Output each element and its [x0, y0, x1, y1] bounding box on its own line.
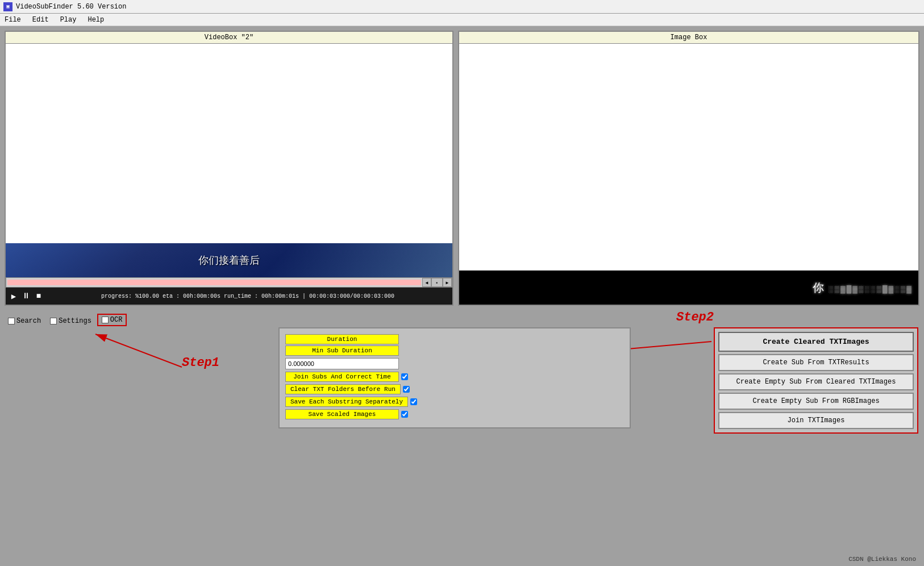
join-subs-checkbox[interactable]: [401, 373, 408, 380]
ocr-tab-label[interactable]: OCR: [110, 316, 123, 324]
title-bar: ▣ VideoSubFinder 5.60 Version: [0, 0, 924, 14]
controls-bar: ▶ ⏸ ■ progress: %100.00 eta : 00h:00m:00…: [6, 288, 452, 305]
save-each-label[interactable]: Save Each Substring Separately: [285, 397, 408, 407]
min-sub-value-row: [285, 358, 624, 369]
save-scaled-row: Save Scaled Images: [285, 409, 624, 419]
image-bottom-content: 你░▒▓█▓▒░░▒█▓░▒▓: [459, 270, 918, 305]
tabs-row: Search Settings OCR: [5, 310, 127, 326]
scroll-right-btn[interactable]: ▶: [443, 278, 452, 287]
duration-row: Duration: [285, 334, 624, 344]
tab-settings[interactable]: Settings: [47, 316, 95, 326]
pause-button[interactable]: ⏸: [22, 292, 31, 301]
ocr-checkbox[interactable]: [102, 317, 109, 323]
app-icon: ▣: [3, 2, 13, 11]
clear-txt-row: Clear TXT Folders Before Run: [285, 384, 624, 394]
tab-search[interactable]: Search: [5, 316, 44, 326]
create-empty-sub-rgb-btn[interactable]: Create Empty Sub From RGBImages: [718, 393, 914, 410]
image-box: Image Box 你░▒▓█▓▒░░▒█▓░▒▓: [458, 31, 919, 306]
video-subtitle-area: 你们接着善后: [6, 243, 452, 277]
settings-checkbox[interactable]: [50, 318, 57, 324]
save-each-row: Save Each Substring Separately: [285, 397, 624, 407]
video-box: VideoBox "2" 你们接着善后 ◀ ▪ ▶ ▶: [5, 31, 453, 306]
menu-bar: File Edit Play Help: [0, 14, 924, 26]
bottom-section: Search Settings OCR Step1 Step2: [0, 310, 924, 566]
video-scrollbar[interactable]: ◀ ▪ ▶: [6, 277, 452, 288]
video-bottom-strip: 你们接着善后: [6, 243, 452, 277]
image-content: [459, 44, 918, 270]
save-scaled-checkbox[interactable]: [401, 411, 408, 418]
video-subtitle: 你们接着善后: [198, 253, 260, 267]
scroll-page-btn[interactable]: ▪: [431, 278, 443, 287]
min-sub-duration-row: Min Sub Duration: [285, 346, 624, 356]
video-box-title: VideoBox "2": [6, 32, 452, 44]
image-bottom-strip: 你░▒▓█▓▒░░▒█▓░▒▓: [459, 270, 918, 305]
save-each-checkbox[interactable]: [410, 398, 417, 405]
menu-play[interactable]: Play: [58, 15, 79, 25]
join-subs-row: Join Subs And Correct Time: [285, 372, 624, 382]
min-sub-duration-label[interactable]: Min Sub Duration: [285, 346, 399, 356]
join-subs-label[interactable]: Join Subs And Correct Time: [285, 372, 399, 382]
create-empty-sub-cleared-btn[interactable]: Create Empty Sub From Cleared TXTImages: [718, 373, 914, 390]
create-sub-from-txtresults-btn[interactable]: Create Sub From TXTResults: [718, 354, 914, 371]
save-scaled-label[interactable]: Save Scaled Images: [285, 409, 399, 419]
video-content: [6, 44, 452, 243]
video-row: VideoBox "2" 你们接着善后 ◀ ▪ ▶ ▶: [0, 26, 924, 310]
play-button[interactable]: ▶: [9, 292, 18, 301]
menu-edit[interactable]: Edit: [30, 15, 51, 25]
duration-label[interactable]: Duration: [285, 334, 399, 344]
progress-text: progress: %100.00 eta : 00h:00m:00s run_…: [47, 293, 449, 299]
clear-txt-label[interactable]: Clear TXT Folders Before Run: [285, 384, 401, 394]
footer-text: CSDN @Liekkas Kono: [848, 556, 916, 563]
svg-line-2: [95, 334, 182, 367]
scroll-left-btn[interactable]: ◀: [422, 278, 431, 287]
step1-label: Step1: [182, 356, 219, 370]
settings-tab-label[interactable]: Settings: [59, 317, 91, 325]
search-checkbox[interactable]: [8, 318, 15, 324]
clear-txt-checkbox[interactable]: [403, 386, 410, 393]
step2-label: Step2: [676, 310, 714, 324]
scroll-buttons: ◀ ▪ ▶: [422, 278, 452, 287]
create-cleared-txtimages-btn[interactable]: Create Cleared TXTImages: [718, 332, 914, 352]
app-title: VideoSubFinder 5.60 Version: [16, 3, 126, 11]
right-buttons-panel: Create Cleared TXTImages Create Sub From…: [714, 327, 918, 434]
control-panel: Duration Min Sub Duration Join Subs And …: [278, 327, 631, 428]
video-scroll-track[interactable]: [7, 280, 421, 285]
stop-button[interactable]: ■: [34, 292, 43, 301]
join-txtimages-btn[interactable]: Join TXTImages: [718, 412, 914, 429]
menu-file[interactable]: File: [2, 15, 23, 25]
menu-help[interactable]: Help: [85, 15, 106, 25]
min-sub-duration-input[interactable]: [285, 358, 399, 369]
main-area: VideoBox "2" 你们接着善后 ◀ ▪ ▶ ▶: [0, 26, 924, 566]
footer: CSDN @Liekkas Kono: [848, 556, 916, 563]
image-box-title: Image Box: [459, 32, 918, 44]
tab-ocr[interactable]: OCR: [97, 314, 127, 326]
search-tab-label[interactable]: Search: [16, 317, 41, 325]
